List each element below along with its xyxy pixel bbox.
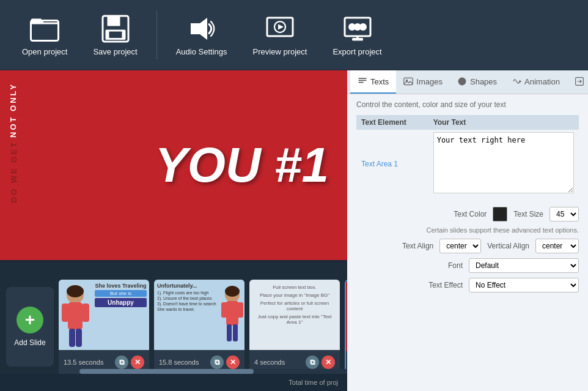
vertical-align-select[interactable]: center top bottom [535,239,579,253]
text-color-swatch[interactable] [493,207,507,222]
save-icon [101,14,130,43]
table-col2-header: Your Text [428,115,579,130]
slide2-title: Unfortunately... [157,283,217,289]
svg-rect-32 [404,78,413,84]
image-tab-icon [403,76,413,86]
save-project-label: Save project [93,47,137,56]
toolbar: Open project Save project Audio Settings… [0,0,588,70]
slide-preview[interactable]: NOT ONLY DO WE GET YOU #1 [0,70,347,260]
slide-1-delete-btn[interactable]: ✕ [131,356,144,369]
add-slide-circle-icon: + [17,307,43,333]
tab-animation[interactable]: Animation [504,70,567,94]
table-col1-header: Text Element [356,115,428,130]
slide-1-actions: ⧉ ✕ [115,356,144,369]
slide2-line1: 1). Flight costs are too high [157,290,217,296]
audio-icon [187,14,216,43]
slide-2-copy-btn[interactable]: ⧉ [210,356,224,369]
slide-text-do-we-get: DO WE GET [9,141,18,203]
slide3-line1: Full screen text box. [254,285,335,290]
svg-rect-19 [69,329,75,347]
slide-thumb-1[interactable]: She loves Traveling But she is Unhappy 1… [59,280,149,374]
slide-3-copy-btn[interactable]: ⧉ [306,356,319,369]
slide-thumb-4[interactable]: SO NOT ONLY YOU #1 ON THE SEARCH ENGINES… [345,280,347,374]
svg-rect-23 [226,301,238,326]
slide1-highlight: But she is [95,290,147,297]
preview-project-btn[interactable]: Preview project [243,9,317,61]
slide-3-actions: ⧉ ✕ [306,356,335,369]
svg-rect-18 [82,303,89,322]
export-project-label: Export project [333,47,381,56]
align-row: Text Align center left right Vertical Al… [356,239,579,253]
slide2-line4: She wants to travel. [157,307,217,312]
text-effect-label: Text Effect [428,281,463,289]
open-project-btn[interactable]: Open project [12,9,77,61]
font-row: Font Default Arial Times New Roman Verda… [356,258,579,273]
canvas-area: NOT ONLY DO WE GET YOU #1 + Add Slide [0,70,347,391]
svg-marker-8 [278,24,284,29]
tab-images-label: Images [416,77,443,86]
tab-images[interactable]: Images [396,70,450,94]
svg-rect-27 [233,324,238,341]
shapes-tab-icon [457,76,467,86]
svg-rect-29 [359,78,367,79]
table-row: Text Area 1 [356,130,579,198]
svg-marker-35 [520,80,521,83]
tab-texts[interactable]: Texts [350,70,396,94]
panel-tabs: Texts Images Shapes [347,70,588,94]
slide-2-duration: 15.8 seconds [159,359,199,366]
audio-settings-btn[interactable]: Audio Settings [166,9,237,61]
export-icon [343,14,372,43]
slide-main-text: YOU #1 [155,141,329,190]
slide-1-copy-btn[interactable]: ⧉ [115,356,128,369]
font-label: Font [448,261,463,270]
svg-rect-31 [359,82,364,83]
svg-rect-26 [227,324,232,341]
export-project-btn[interactable]: Export project [323,9,391,61]
slide-4-preview: SO NOT ONLY YOU #1 ON THE SEARCH ENGINES… [346,281,347,351]
toolbar-divider [156,10,157,59]
open-project-label: Open project [22,47,67,56]
tab-animation-label: Animation [524,77,560,86]
slide-thumb-2[interactable]: Unfortunately... 1). Flight costs are to… [154,280,244,374]
add-slide-label: Add Slide [14,338,45,347]
slide-thumb-3[interactable]: Full screen text box. Place your image i… [249,280,340,374]
slide3-line4: Just copy and paste text into "Text Area… [254,314,335,325]
svg-rect-20 [76,329,82,347]
tab-export[interactable] [567,70,588,94]
slide3-line2: Place your image in "Image BG" [254,292,335,298]
text-align-label: Text Align [402,242,433,250]
text-element-name: Text Area 1 [356,130,428,198]
svg-point-21 [67,285,84,297]
slide-3-duration: 4 seconds [254,359,285,366]
right-panel: Texts Images Shapes [347,70,588,391]
text-size-select[interactable]: 45 24 32 48 60 72 [549,207,579,222]
text-effect-select[interactable]: No Effect Fade Slide Bounce [469,278,579,292]
slide1-unhappy: Unhappy [95,298,147,307]
text-table: Text Element Your Text Text Area 1 [356,115,579,198]
slide-2-delete-btn[interactable]: ✕ [226,356,240,369]
folder-icon [30,14,59,43]
tab-shapes[interactable]: Shapes [450,70,504,94]
progress-bar-fill [79,369,254,374]
svg-rect-2 [107,16,120,26]
add-slide-button[interactable]: + Add Slide [6,287,54,367]
text-tab-icon [358,76,367,86]
slide-text-not-only: NOT ONLY [9,83,18,138]
text-align-select[interactable]: center left right [439,239,481,253]
font-select[interactable]: Default Arial Times New Roman Verdana [469,258,579,273]
save-project-btn[interactable]: Save project [83,9,147,61]
svg-rect-25 [237,302,243,318]
text-input-area[interactable] [433,132,574,193]
tab-texts-label: Texts [370,77,389,86]
slide2-line3: 3). Doesn't have time to search [157,301,217,307]
progress-bar[interactable] [79,369,347,374]
svg-marker-5 [191,18,207,40]
tab-shapes-label: Shapes [470,77,497,86]
svg-point-28 [225,286,240,297]
girl-figure-1 [59,283,92,350]
slide-3-delete-btn[interactable]: ✕ [322,356,335,369]
export-panel-icon [575,76,584,86]
slide2-line2: 2). Unsure of the best places [157,296,217,301]
text-input-cell [428,130,579,198]
total-time-label: Total time of proj [288,379,338,386]
